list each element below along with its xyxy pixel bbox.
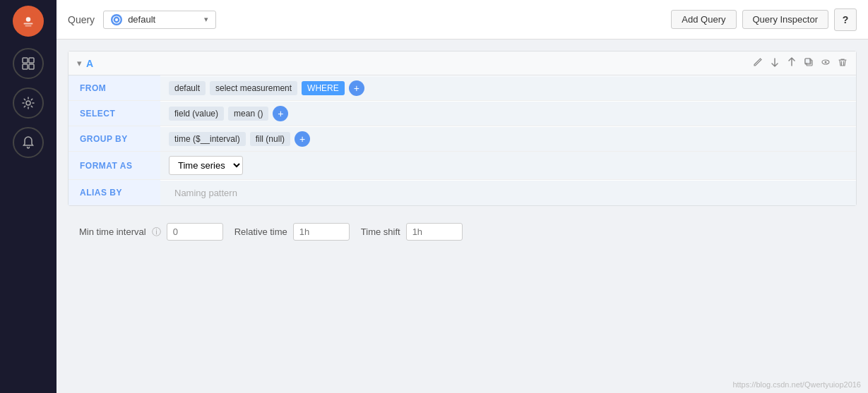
from-measurement-tag[interactable]: select measurement xyxy=(210,81,297,95)
query-panel: ▾ A xyxy=(57,40,868,393)
group-by-time-tag[interactable]: time ($__interval) xyxy=(169,132,246,146)
format-as-content: Time series Table Document xyxy=(160,152,856,179)
select-label: SELECT xyxy=(69,101,160,126)
watermark: https://blog.csdn.net/Qwertyuiop2016 xyxy=(732,380,861,389)
format-as-label: FORMAT AS xyxy=(69,152,160,179)
topbar: Query default ▾ Add Query Query Inspecto… xyxy=(57,0,868,40)
datasource-caret-icon: ▾ xyxy=(204,15,208,24)
query-letter: A xyxy=(86,58,93,69)
from-default-tag[interactable]: default xyxy=(169,81,206,95)
relative-time-group: Relative time xyxy=(234,223,350,241)
time-shift-label: Time shift xyxy=(361,226,400,237)
from-add-button[interactable]: + xyxy=(349,80,364,96)
relative-time-input[interactable] xyxy=(293,223,350,241)
main-content: Query default ▾ Add Query Query Inspecto… xyxy=(57,0,868,393)
group-by-content: time ($__interval) fill (null) + xyxy=(160,127,856,151)
datasource-selector[interactable]: default ▾ xyxy=(103,11,216,29)
query-section-title: ▾ A xyxy=(77,58,93,69)
query-rows: FROM default select measurement WHERE + … xyxy=(69,75,856,205)
collapse-icon[interactable]: ▾ xyxy=(77,58,82,68)
move-down-icon[interactable] xyxy=(770,57,780,69)
group-by-label: GROUP BY xyxy=(69,126,160,151)
sidebar-item-alerts[interactable] xyxy=(13,127,44,158)
svg-point-1 xyxy=(26,17,31,22)
query-section-a: ▾ A xyxy=(68,51,857,206)
query-section-header: ▾ A xyxy=(69,52,856,75)
help-button[interactable]: ? xyxy=(834,8,857,31)
alias-by-input[interactable] xyxy=(169,185,381,201)
svg-rect-3 xyxy=(25,25,31,27)
svg-rect-5 xyxy=(29,58,34,63)
query-inspector-button[interactable]: Query Inspector xyxy=(742,10,829,29)
sidebar-item-dashboards[interactable] xyxy=(13,48,44,79)
query-label: Query xyxy=(68,14,95,25)
select-field-tag[interactable]: field (value) xyxy=(169,107,224,121)
svg-rect-6 xyxy=(23,64,28,69)
datasource-name: default xyxy=(128,14,198,25)
group-by-fill-tag[interactable]: fill (null) xyxy=(250,132,290,146)
from-content: default select measurement WHERE + xyxy=(160,76,856,100)
select-mean-tag[interactable]: mean () xyxy=(228,107,268,121)
min-time-interval-label: Min time interval xyxy=(79,226,146,237)
group-by-add-button[interactable]: + xyxy=(295,131,310,147)
group-by-row: GROUP BY time ($__interval) fill (null) … xyxy=(69,126,856,152)
min-time-interval-input[interactable] xyxy=(167,223,223,241)
where-tag[interactable]: WHERE xyxy=(302,81,345,95)
svg-point-10 xyxy=(115,18,118,21)
time-shift-group: Time shift xyxy=(361,223,463,241)
from-row: FROM default select measurement WHERE + xyxy=(69,75,856,101)
svg-point-8 xyxy=(26,101,30,105)
topbar-left: Query default ▾ xyxy=(68,11,216,29)
alias-by-row: ALIAS BY xyxy=(69,180,856,205)
select-add-button[interactable]: + xyxy=(273,106,288,121)
move-up-icon[interactable] xyxy=(787,57,797,69)
bottom-options: Min time interval ⓘ Relative time Time s… xyxy=(68,217,857,252)
format-as-select[interactable]: Time series Table Document xyxy=(170,157,242,174)
delete-icon[interactable] xyxy=(838,57,848,69)
datasource-icon xyxy=(111,14,122,25)
grafana-logo[interactable] xyxy=(13,6,44,37)
add-query-button[interactable]: Add Query xyxy=(671,10,736,29)
select-row: SELECT field (value) mean () + xyxy=(69,101,856,126)
visibility-icon[interactable] xyxy=(821,57,831,69)
copy-icon[interactable] xyxy=(804,57,814,69)
select-content: field (value) mean () + xyxy=(160,102,856,126)
alias-by-label: ALIAS BY xyxy=(69,180,160,205)
min-time-interval-info-icon[interactable]: ⓘ xyxy=(152,226,161,238)
topbar-right: Add Query Query Inspector ? xyxy=(671,8,857,31)
relative-time-label: Relative time xyxy=(234,226,287,237)
svg-rect-7 xyxy=(29,64,34,69)
sidebar-item-gear[interactable] xyxy=(13,87,44,119)
svg-rect-4 xyxy=(23,58,28,63)
min-time-interval-group: Min time interval ⓘ xyxy=(79,223,223,241)
edit-icon[interactable] xyxy=(753,57,763,69)
query-section-actions xyxy=(753,57,848,69)
svg-point-15 xyxy=(825,61,827,64)
sidebar xyxy=(0,0,57,393)
alias-by-content xyxy=(160,181,856,205)
time-shift-input[interactable] xyxy=(406,223,463,241)
format-select-wrapper[interactable]: Time series Table Document xyxy=(169,156,243,175)
format-as-row: FORMAT AS Time series Table Document xyxy=(69,152,856,180)
from-label: FROM xyxy=(69,75,160,100)
svg-rect-2 xyxy=(24,23,33,25)
